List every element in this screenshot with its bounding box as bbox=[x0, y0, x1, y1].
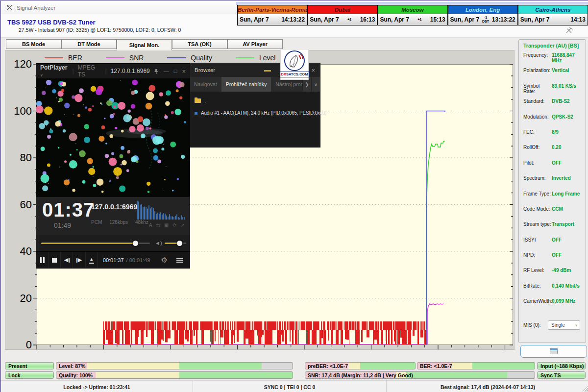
transponder-row-standard: Standard:DVB-S2 bbox=[523, 98, 586, 114]
tab-tsa-ok[interactable]: TSA (OK) bbox=[172, 39, 227, 49]
transponder-row-frame-type: Frame Type:Long Frame bbox=[523, 191, 586, 206]
browser-title-accent bbox=[264, 70, 271, 72]
duration-text: / 00:01:49 bbox=[126, 257, 150, 263]
maximize-icon[interactable]: □ bbox=[174, 68, 177, 74]
codec-label: PCM bbox=[91, 220, 102, 225]
seek-knob[interactable] bbox=[133, 241, 138, 246]
clock-date: Sun, Apr 7 bbox=[450, 16, 480, 23]
present-badge: Present bbox=[5, 362, 54, 369]
transponder-row-polarization: Polarization:Vertical bbox=[523, 68, 586, 83]
field-label: CarrierWidth: bbox=[523, 298, 552, 304]
dxsatcs-logo: DXSATCS.COM bbox=[280, 49, 309, 80]
folder-icon bbox=[195, 98, 201, 103]
browser-close-icon[interactable]: × bbox=[311, 67, 315, 74]
potplayer-app-name: PotPlayer bbox=[40, 64, 67, 71]
minimize-icon[interactable]: — bbox=[164, 68, 169, 74]
browser-title: Browser bbox=[195, 67, 215, 73]
elapsed-text: 00:01:37 bbox=[103, 257, 124, 263]
audio-track-item[interactable]: Audio #1 - AAC(LATM), 24.0 kHz (PID:0x00… bbox=[195, 110, 326, 116]
field-value: OFF bbox=[552, 252, 562, 258]
ab-repeat-icon[interactable]: A bbox=[149, 222, 152, 228]
clock-column-2: DubaiSun, Apr 7+216:13 bbox=[307, 5, 377, 25]
resize-grip[interactable] bbox=[583, 386, 588, 392]
y-axis-label-0: 0 bbox=[9, 339, 32, 351]
pause-button[interactable] bbox=[36, 252, 49, 268]
app-dish-icon bbox=[6, 4, 13, 11]
potplayer-seek-row: ◄) bbox=[36, 235, 190, 251]
field-label: Frequency: bbox=[523, 52, 552, 58]
legend-line-sample bbox=[106, 57, 124, 58]
parent-folder-item[interactable]: .. bbox=[195, 98, 208, 103]
stream-url-display: 127.0.0.1:6969 bbox=[91, 203, 137, 211]
volume-bar[interactable] bbox=[165, 243, 186, 244]
volume-knob[interactable] bbox=[177, 241, 182, 246]
clock-column-5: Cairo-AthensSun, Apr 714:13 bbox=[518, 5, 588, 25]
tab-list-dropdown-icon[interactable]: ∨ bbox=[311, 77, 320, 92]
tab-signal-mon[interactable]: Signal Mon. bbox=[117, 39, 172, 50]
previous-button[interactable]: ◀ bbox=[61, 252, 73, 268]
panel-action-button[interactable] bbox=[520, 345, 587, 358]
potplayer-info-panel: 01:37 01:49 127.0.0.1:6969 PCM 128kbps 4… bbox=[36, 197, 190, 235]
field-label: RF Level: bbox=[523, 268, 552, 273]
loop-icon[interactable]: ⟳ bbox=[172, 222, 176, 228]
legend-item-quality: Quality bbox=[167, 54, 212, 62]
potplayer-window: PotPlayer ∨ | MPEG TS | 127.0.0.1:6969 —… bbox=[36, 64, 190, 268]
statusbar-lock-uptime: Locked -> Uptime: 01:23:41 bbox=[1, 381, 193, 392]
transponder-row-rf-level: RF Level:-49 dBm bbox=[523, 268, 586, 283]
logo-text-dx: DX bbox=[281, 72, 286, 76]
fullscreen-icon[interactable]: ↗ bbox=[181, 222, 185, 228]
seek-bar[interactable] bbox=[41, 243, 150, 244]
audio-spectrum bbox=[137, 200, 186, 220]
clock-city-header: Dubai bbox=[307, 5, 377, 14]
close-icon[interactable]: × bbox=[182, 68, 186, 75]
lock-badge: Lock bbox=[5, 371, 54, 379]
clock-utc-offset: +1 bbox=[409, 18, 430, 22]
field-label: Stream type: bbox=[523, 221, 552, 227]
clock-time-row: Sun, Apr 7-1DST13:13:22 bbox=[448, 14, 518, 25]
y-axis-label-40: 40 bbox=[9, 245, 32, 257]
y-axis-label-60: 60 bbox=[9, 199, 32, 211]
folder-label: .. bbox=[205, 98, 208, 103]
field-label: Modulation: bbox=[523, 114, 552, 120]
legend-item-level: Level bbox=[236, 54, 275, 62]
settings-gear-icon[interactable]: ⚙ bbox=[155, 252, 173, 268]
snr-bar: SNR: 17,4 dB (Margin: 11,2 dB | Very Goo… bbox=[305, 371, 535, 379]
legend-label: BER bbox=[68, 54, 82, 62]
field-label: RollOff: bbox=[523, 145, 552, 150]
mis-dropdown[interactable]: Single ∨ bbox=[548, 320, 580, 330]
chevron-down-icon: ∨ bbox=[575, 323, 578, 327]
tab-av-player[interactable]: AV Player bbox=[227, 39, 283, 49]
playlist-menu-icon[interactable] bbox=[173, 252, 190, 268]
browser-tab-navigovat[interactable]: Navigovat bbox=[190, 77, 221, 92]
field-label: Standard: bbox=[523, 98, 552, 104]
pin-icon[interactable] bbox=[154, 69, 159, 74]
tab-dt-mode[interactable]: DT Mode bbox=[61, 39, 117, 49]
volume-icon[interactable]: ◄) bbox=[155, 240, 162, 246]
stop-button[interactable] bbox=[49, 252, 61, 268]
field-label: Pilot: bbox=[523, 160, 552, 166]
shuffle-icon[interactable]: ⇆ bbox=[156, 222, 160, 228]
potplayer-menu-dropdown[interactable]: PotPlayer ∨ bbox=[40, 64, 69, 78]
field-value: 0,140 Mbit/s bbox=[552, 283, 580, 289]
potplayer-titlebar[interactable]: PotPlayer ∨ | MPEG TS | 127.0.0.1:6969 —… bbox=[36, 64, 190, 78]
world-clock-table: Berlin-Paris-Vienna-RomaSun, Apr 714:13:… bbox=[237, 5, 588, 25]
tab-bs-mode[interactable]: BS Mode bbox=[6, 39, 61, 49]
clock-time-value: 16:13 bbox=[360, 16, 375, 23]
mis-row: MIS (0): Single ∨ bbox=[523, 320, 586, 330]
level-bar: Level: 87% bbox=[56, 362, 293, 369]
video-area[interactable] bbox=[36, 78, 190, 197]
statusbar-best-signal: Best signal: 17,4 dB (2024-04-07 14:13) bbox=[387, 381, 588, 392]
next-button[interactable]: ▶ bbox=[73, 252, 85, 268]
audio-track-label: Audio #1 - AAC(LATM), 24.0 kHz (PID:0x00… bbox=[201, 110, 326, 116]
transponder-row-frequency: Frequency:11688,847 MHz bbox=[523, 52, 586, 68]
elapsed-time-large: 01:37 bbox=[42, 199, 95, 221]
clock-city-header: Moscow bbox=[377, 5, 447, 14]
playlist-icon[interactable]: ▣ bbox=[164, 222, 169, 228]
input-badge: Input (~188 Kbps) bbox=[537, 362, 586, 369]
window-list-icon bbox=[550, 348, 558, 354]
transponder-row-npd: NPD:OFF bbox=[523, 252, 586, 268]
legend-line-sample bbox=[45, 57, 63, 58]
signal-analyzer-window: Signal Analyzer TBS 5927 USB DVB-S2 Tune… bbox=[0, 0, 588, 392]
browser-tab-prohlizec[interactable]: Prohlížeč nabídky bbox=[221, 77, 271, 92]
eject-button[interactable]: ▲ bbox=[86, 252, 98, 268]
